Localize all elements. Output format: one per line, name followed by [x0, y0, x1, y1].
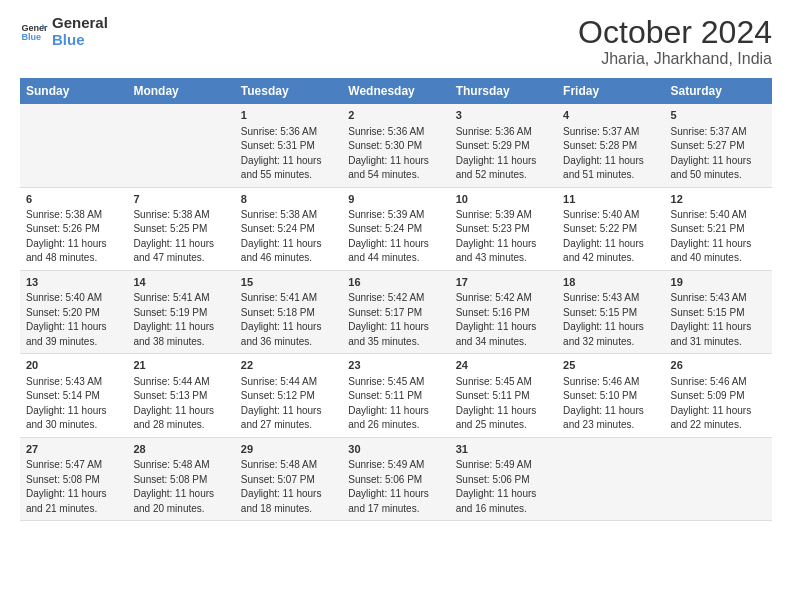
cell-3-7: 19Sunrise: 5:43 AMSunset: 5:15 PMDayligh… — [665, 270, 772, 353]
day-info: Sunrise: 5:40 AMSunset: 5:20 PMDaylight:… — [26, 291, 121, 349]
cell-5-7 — [665, 437, 772, 520]
cell-2-3: 8Sunrise: 5:38 AMSunset: 5:24 PMDaylight… — [235, 187, 342, 270]
col-tuesday: Tuesday — [235, 78, 342, 104]
day-info: Sunrise: 5:38 AMSunset: 5:26 PMDaylight:… — [26, 208, 121, 266]
day-number: 4 — [563, 108, 658, 123]
cell-5-6 — [557, 437, 664, 520]
col-monday: Monday — [127, 78, 234, 104]
day-info: Sunrise: 5:49 AMSunset: 5:06 PMDaylight:… — [456, 458, 551, 516]
day-number: 18 — [563, 275, 658, 290]
day-number: 19 — [671, 275, 766, 290]
cell-4-3: 22Sunrise: 5:44 AMSunset: 5:12 PMDayligh… — [235, 354, 342, 437]
day-number: 12 — [671, 192, 766, 207]
header-row: Sunday Monday Tuesday Wednesday Thursday… — [20, 78, 772, 104]
day-info: Sunrise: 5:40 AMSunset: 5:22 PMDaylight:… — [563, 208, 658, 266]
title-block: October 2024 Jharia, Jharkhand, India — [578, 15, 772, 68]
cell-5-4: 30Sunrise: 5:49 AMSunset: 5:06 PMDayligh… — [342, 437, 449, 520]
day-number: 17 — [456, 275, 551, 290]
cell-5-2: 28Sunrise: 5:48 AMSunset: 5:08 PMDayligh… — [127, 437, 234, 520]
day-info: Sunrise: 5:36 AMSunset: 5:29 PMDaylight:… — [456, 125, 551, 183]
day-number: 20 — [26, 358, 121, 373]
day-info: Sunrise: 5:39 AMSunset: 5:23 PMDaylight:… — [456, 208, 551, 266]
day-info: Sunrise: 5:38 AMSunset: 5:25 PMDaylight:… — [133, 208, 228, 266]
cell-2-1: 6Sunrise: 5:38 AMSunset: 5:26 PMDaylight… — [20, 187, 127, 270]
day-number: 5 — [671, 108, 766, 123]
day-info: Sunrise: 5:42 AMSunset: 5:17 PMDaylight:… — [348, 291, 443, 349]
day-number: 1 — [241, 108, 336, 123]
day-info: Sunrise: 5:48 AMSunset: 5:07 PMDaylight:… — [241, 458, 336, 516]
cell-5-3: 29Sunrise: 5:48 AMSunset: 5:07 PMDayligh… — [235, 437, 342, 520]
cell-1-7: 5Sunrise: 5:37 AMSunset: 5:27 PMDaylight… — [665, 104, 772, 187]
cell-2-4: 9Sunrise: 5:39 AMSunset: 5:24 PMDaylight… — [342, 187, 449, 270]
week-row-4: 20Sunrise: 5:43 AMSunset: 5:14 PMDayligh… — [20, 354, 772, 437]
cell-3-1: 13Sunrise: 5:40 AMSunset: 5:20 PMDayligh… — [20, 270, 127, 353]
cell-5-5: 31Sunrise: 5:49 AMSunset: 5:06 PMDayligh… — [450, 437, 557, 520]
cell-4-1: 20Sunrise: 5:43 AMSunset: 5:14 PMDayligh… — [20, 354, 127, 437]
day-info: Sunrise: 5:37 AMSunset: 5:28 PMDaylight:… — [563, 125, 658, 183]
day-number: 26 — [671, 358, 766, 373]
calendar-table: Sunday Monday Tuesday Wednesday Thursday… — [20, 78, 772, 521]
day-info: Sunrise: 5:44 AMSunset: 5:12 PMDaylight:… — [241, 375, 336, 433]
col-wednesday: Wednesday — [342, 78, 449, 104]
cell-1-6: 4Sunrise: 5:37 AMSunset: 5:28 PMDaylight… — [557, 104, 664, 187]
day-number: 7 — [133, 192, 228, 207]
cell-1-1 — [20, 104, 127, 187]
day-info: Sunrise: 5:43 AMSunset: 5:15 PMDaylight:… — [671, 291, 766, 349]
day-info: Sunrise: 5:42 AMSunset: 5:16 PMDaylight:… — [456, 291, 551, 349]
day-number: 15 — [241, 275, 336, 290]
day-number: 22 — [241, 358, 336, 373]
week-row-5: 27Sunrise: 5:47 AMSunset: 5:08 PMDayligh… — [20, 437, 772, 520]
day-info: Sunrise: 5:43 AMSunset: 5:15 PMDaylight:… — [563, 291, 658, 349]
logo-icon: General Blue — [20, 18, 48, 46]
subtitle: Jharia, Jharkhand, India — [578, 50, 772, 68]
header: General Blue General Blue October 2024 J… — [20, 15, 772, 68]
day-info: Sunrise: 5:38 AMSunset: 5:24 PMDaylight:… — [241, 208, 336, 266]
day-info: Sunrise: 5:36 AMSunset: 5:31 PMDaylight:… — [241, 125, 336, 183]
page: General Blue General Blue October 2024 J… — [0, 0, 792, 612]
day-info: Sunrise: 5:40 AMSunset: 5:21 PMDaylight:… — [671, 208, 766, 266]
cell-1-3: 1Sunrise: 5:36 AMSunset: 5:31 PMDaylight… — [235, 104, 342, 187]
day-info: Sunrise: 5:49 AMSunset: 5:06 PMDaylight:… — [348, 458, 443, 516]
day-info: Sunrise: 5:41 AMSunset: 5:18 PMDaylight:… — [241, 291, 336, 349]
col-friday: Friday — [557, 78, 664, 104]
logo-blue: Blue — [52, 32, 108, 49]
day-number: 28 — [133, 442, 228, 457]
day-number: 13 — [26, 275, 121, 290]
cell-1-5: 3Sunrise: 5:36 AMSunset: 5:29 PMDaylight… — [450, 104, 557, 187]
cell-2-6: 11Sunrise: 5:40 AMSunset: 5:22 PMDayligh… — [557, 187, 664, 270]
day-number: 23 — [348, 358, 443, 373]
main-title: October 2024 — [578, 15, 772, 50]
day-number: 8 — [241, 192, 336, 207]
day-number: 16 — [348, 275, 443, 290]
day-number: 14 — [133, 275, 228, 290]
logo: General Blue General Blue — [20, 15, 108, 48]
cell-3-4: 16Sunrise: 5:42 AMSunset: 5:17 PMDayligh… — [342, 270, 449, 353]
cell-4-7: 26Sunrise: 5:46 AMSunset: 5:09 PMDayligh… — [665, 354, 772, 437]
week-row-3: 13Sunrise: 5:40 AMSunset: 5:20 PMDayligh… — [20, 270, 772, 353]
cell-4-6: 25Sunrise: 5:46 AMSunset: 5:10 PMDayligh… — [557, 354, 664, 437]
day-info: Sunrise: 5:46 AMSunset: 5:09 PMDaylight:… — [671, 375, 766, 433]
day-number: 29 — [241, 442, 336, 457]
cell-2-2: 7Sunrise: 5:38 AMSunset: 5:25 PMDaylight… — [127, 187, 234, 270]
day-info: Sunrise: 5:44 AMSunset: 5:13 PMDaylight:… — [133, 375, 228, 433]
svg-text:Blue: Blue — [21, 32, 41, 42]
day-number: 11 — [563, 192, 658, 207]
cell-5-1: 27Sunrise: 5:47 AMSunset: 5:08 PMDayligh… — [20, 437, 127, 520]
day-number: 31 — [456, 442, 551, 457]
cell-2-5: 10Sunrise: 5:39 AMSunset: 5:23 PMDayligh… — [450, 187, 557, 270]
col-thursday: Thursday — [450, 78, 557, 104]
day-number: 2 — [348, 108, 443, 123]
day-number: 10 — [456, 192, 551, 207]
cell-3-3: 15Sunrise: 5:41 AMSunset: 5:18 PMDayligh… — [235, 270, 342, 353]
cell-4-4: 23Sunrise: 5:45 AMSunset: 5:11 PMDayligh… — [342, 354, 449, 437]
day-number: 25 — [563, 358, 658, 373]
cell-2-7: 12Sunrise: 5:40 AMSunset: 5:21 PMDayligh… — [665, 187, 772, 270]
day-number: 21 — [133, 358, 228, 373]
col-saturday: Saturday — [665, 78, 772, 104]
cell-3-6: 18Sunrise: 5:43 AMSunset: 5:15 PMDayligh… — [557, 270, 664, 353]
day-number: 9 — [348, 192, 443, 207]
day-info: Sunrise: 5:39 AMSunset: 5:24 PMDaylight:… — [348, 208, 443, 266]
day-number: 6 — [26, 192, 121, 207]
day-number: 27 — [26, 442, 121, 457]
logo-general: General — [52, 15, 108, 32]
